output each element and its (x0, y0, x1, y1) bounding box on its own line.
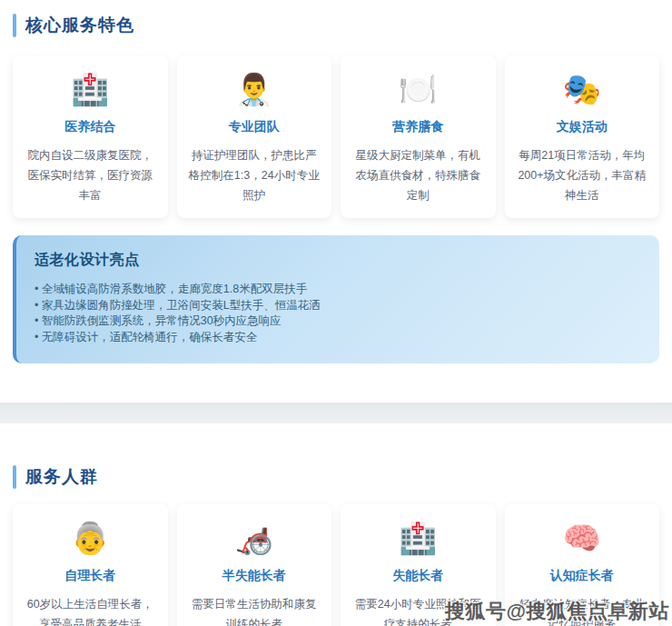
card-description: 星级大厨定制菜单，有机农场直供食材，特殊膳食定制 (351, 145, 486, 205)
section-accent-bar (13, 14, 16, 37)
watermark: 搜狐号@搜狐焦点阜新站 (445, 598, 669, 625)
card-description: 需要日常生活协助和康复训练的长者 (187, 594, 322, 626)
feature-card-team: 👨‍⚕️ 专业团队 持证护理团队，护患比严格控制在1:3，24小时专业照护 (177, 55, 332, 218)
card-description: 每周21项日常活动，年均200+场文化活动，丰富精神生活 (515, 145, 650, 205)
card-title: 失能长者 (351, 568, 486, 584)
card-title: 医养结合 (23, 119, 158, 135)
page: 核心服务特色 🏥 医养结合 院内自设二级康复医院，医保实时结算，医疗资源丰富 👨… (0, 0, 672, 626)
section-header: 服务人群 (13, 463, 672, 491)
hospital-icon: 🏥 (23, 71, 158, 107)
highlight-bullet: 无障碍设计，适配轮椅通行，确保长者安全 (35, 330, 641, 346)
highlight-bullet: 全域铺设高防滑系数地胶，走廊宽度1.8米配双层扶手 (35, 282, 641, 298)
section-core-features: 核心服务特色 🏥 医养结合 院内自设二级康复医院，医保实时结算，医疗资源丰富 👨… (0, 0, 672, 363)
elderly-woman-icon: 👵 (23, 520, 158, 556)
card-title: 半失能长者 (187, 568, 322, 584)
card-title: 专业团队 (187, 119, 322, 135)
wheelchair-icon: 🦽 (187, 520, 322, 556)
design-highlights-panel: 适老化设计亮点 全域铺设高防滑系数地胶，走廊宽度1.8米配双层扶手 家具边缘圆角… (13, 235, 659, 363)
feature-card-medical: 🏥 医养结合 院内自设二级康复医院，医保实时结算，医疗资源丰富 (13, 55, 168, 218)
feature-cards: 🏥 医养结合 院内自设二级康复医院，医保实时结算，医疗资源丰富 👨‍⚕️ 专业团… (0, 55, 672, 218)
section-title: 服务人群 (25, 465, 98, 489)
card-description: 60岁以上生活自理长者，享受高品质养老生活 (23, 594, 158, 626)
theater-masks-icon: 🎭 (515, 71, 650, 107)
section-header: 核心服务特色 (13, 12, 672, 39)
doctor-icon: 👨‍⚕️ (187, 71, 322, 107)
highlight-bullet: 家具边缘圆角防撞处理，卫浴间安装L型扶手、恒温花洒 (35, 298, 641, 314)
card-title: 文娱活动 (515, 119, 650, 135)
fork-and-knife-plate-icon: 🍽️ (351, 71, 486, 107)
feature-card-activities: 🎭 文娱活动 每周21项日常活动，年均200+场文化活动，丰富精神生活 (505, 55, 660, 218)
highlights-list: 全域铺设高防滑系数地胶，走廊宽度1.8米配双层扶手 家具边缘圆角防撞处理，卫浴间… (35, 282, 641, 345)
section-title: 核心服务特色 (25, 14, 134, 37)
hospital-icon: 🏥 (351, 520, 486, 556)
highlights-title: 适老化设计亮点 (35, 251, 641, 270)
section-accent-bar (13, 465, 16, 489)
card-description: 院内自设二级康复医院，医保实时结算，医疗资源丰富 (23, 145, 158, 205)
group-card-semi-disabled: 🦽 半失能长者 需要日常生活协助和康复训练的长者 (177, 504, 332, 626)
brain-icon: 🧠 (515, 520, 650, 556)
card-title: 自理长者 (23, 568, 158, 584)
card-description: 持证护理团队，护患比严格控制在1:3，24小时专业照护 (187, 145, 322, 205)
card-title: 认知症长者 (515, 568, 650, 584)
section-separator (0, 402, 672, 423)
group-card-independent: 👵 自理长者 60岁以上生活自理长者，享受高品质养老生活 (13, 504, 168, 626)
highlight-bullet: 智能防跌倒监测系统，异常情况30秒内应急响应 (35, 313, 641, 330)
feature-card-dining: 🍽️ 营养膳食 星级大厨定制菜单，有机农场直供食材，特殊膳食定制 (341, 55, 496, 218)
card-title: 营养膳食 (351, 119, 486, 135)
